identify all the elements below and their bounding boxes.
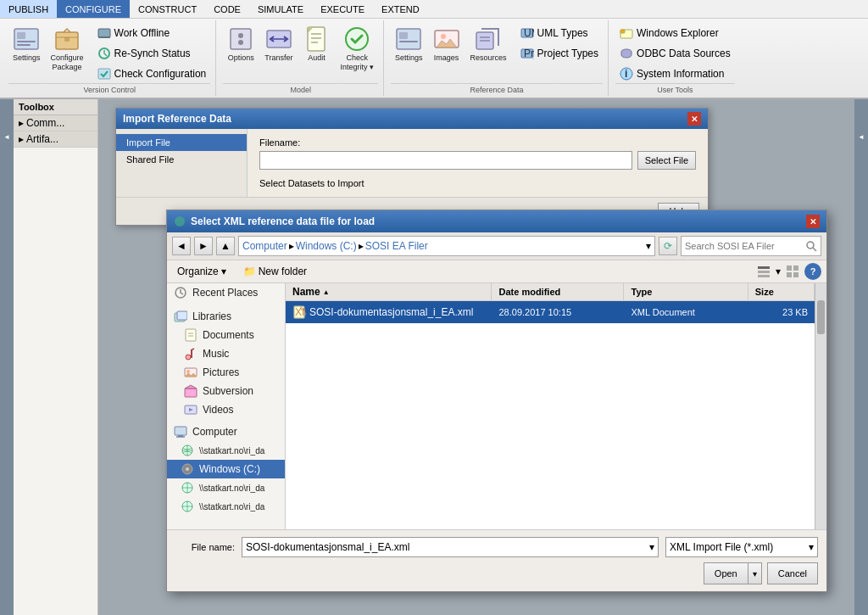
import-right-panel: Filename: Select File Select Datasets to… [248,129,708,197]
new-folder-btn[interactable]: 📁 New folder [238,264,312,279]
shared-file-item[interactable]: Shared File [116,151,247,168]
breadcrumb-computer[interactable]: Computer [242,240,287,252]
nav-music[interactable]: Music [167,344,285,363]
up-btn[interactable]: ▲ [216,237,235,255]
ribbon-resources-btn[interactable]: Resources [466,22,511,66]
nav-computer[interactable]: Computer [167,422,285,441]
ribbon-transfer-btn[interactable]: Transfer [260,22,297,66]
ribbon-audit-btn[interactable]: Audit [298,22,334,66]
ribbon-group-version-control: Settings ConfigurePackage [3,20,216,96]
nav-pictures[interactable]: Pictures [167,363,285,382]
vertical-scrollbar[interactable] [815,283,826,529]
col-size[interactable]: Size [748,283,815,300]
file-row-sosi[interactable]: XML SOSI-dokumentasjonsmal_i_EA.xml 28.0… [286,301,815,323]
nav-recent-places[interactable]: Recent Places [167,283,285,302]
svg-rect-58 [185,389,197,397]
col-name[interactable]: Name ▲ [286,283,492,300]
nav-documents[interactable]: Documents [167,326,285,344]
work-offline-btn[interactable]: Work Offline [93,24,211,42]
import-left-panel: Import File Shared File [116,129,248,197]
svg-point-38 [807,242,814,249]
file-chooser-close-btn[interactable]: ✕ [806,215,820,228]
uml-types-btn[interactable]: UML UML Types [516,24,603,42]
breadcrumb-sosi[interactable]: SOSI EA Filer [365,240,428,252]
breadcrumb-dropdown[interactable]: ▾ [646,240,651,252]
file-cell-size: 23 KB [748,305,815,319]
settings-icon [13,25,40,53]
re-synch-status-btn[interactable]: Re-Synch Status [93,44,211,63]
main-layout: ◄ Toolbox ▸ Comm... ▸ Artifa... Import R… [0,99,868,615]
left-side-arrow[interactable]: ◄ [0,99,14,615]
import-dialog-close[interactable]: ✕ [687,112,701,126]
ribbon-options-btn[interactable]: Options [223,22,259,66]
system-information-btn[interactable]: i System Information [615,64,735,83]
menu-extend[interactable]: EXTEND [373,0,428,18]
col-type[interactable]: Type [624,283,748,300]
details-view-icon [757,265,771,278]
menu-code[interactable]: CODE [205,0,249,18]
svg-point-53 [186,355,191,360]
computer-label: Computer [192,426,278,438]
toolbox-section-common-header[interactable]: ▸ Comm... [14,115,97,131]
ribbon-ref-settings-btn[interactable]: Settings [391,22,427,66]
breadcrumb-path[interactable]: Computer ▸ Windows (C:) ▸ SOSI EA Filer … [238,236,655,256]
view-dropdown[interactable]: ▾ [776,266,781,277]
windows-explorer-btn[interactable]: Windows Explorer [615,24,735,42]
view-details-btn[interactable] [754,263,774,280]
windows-explorer-icon [620,26,633,40]
filename-combo[interactable]: SOSI-dokumentasjonsmal_i_EA.xml ▾ [242,537,659,557]
audit-label: Audit [308,53,326,63]
col-date-modified[interactable]: Date modified [492,283,624,300]
ribbon-images-btn[interactable]: Images [429,22,465,66]
toolbox-section-artifacts-header[interactable]: ▸ Artifa... [14,131,97,147]
select-file-button[interactable]: Select File [637,151,696,170]
drive-icon [181,462,194,476]
import-filename-input[interactable] [259,151,632,170]
forward-btn[interactable]: ► [194,237,213,255]
menu-configure[interactable]: CONFIGURE [57,0,130,18]
nav-statkart2[interactable]: \\statkart.no\ri_da [167,478,285,497]
ribbon-check-integrity-btn[interactable]: CheckIntegrity ▾ [336,22,378,75]
back-btn[interactable]: ◄ [172,237,191,255]
open-main-btn[interactable]: Open [704,562,748,584]
help-btn[interactable]: ? [804,263,821,280]
check-configuration-btn[interactable]: Check Configuration [93,64,211,83]
import-dialog-title: Import Reference Data [123,113,231,125]
open-dropdown-btn[interactable]: ▾ [748,562,762,584]
menu-simulate[interactable]: SIMULATE [249,0,312,18]
file-pane: Recent Places Libraries Documents Music [167,283,826,529]
filetype-combo[interactable]: XML Import File (*.xml) ▾ [665,537,818,557]
view-large-icons-btn[interactable] [782,263,803,280]
nav-libraries[interactable]: Libraries [167,307,285,326]
menu-construct[interactable]: CONSTRUCT [130,0,205,18]
svg-rect-33 [620,30,625,33]
menu-publish[interactable]: PUBLISH [0,0,57,18]
search-input[interactable] [685,241,802,251]
refresh-btn[interactable]: ⟳ [659,237,677,255]
right-side-arrow[interactable]: ◄ [854,99,868,615]
nav-subversion[interactable]: Subversion [167,382,285,400]
svg-point-57 [186,370,190,373]
import-dialog-body: Import File Shared File Filename: Select… [116,129,708,197]
nav-statkart1[interactable]: \\statkart.no\ri_da [167,441,285,460]
nav-videos[interactable]: Videos [167,400,285,419]
ribbon-configure-package-btn[interactable]: ConfigurePackage [47,22,88,75]
pictures-label: Pictures [203,366,278,378]
menu-execute[interactable]: EXECUTE [312,0,373,18]
reference-buttons: Settings Images Resources UML U [391,22,603,83]
svg-rect-10 [231,29,251,49]
breadcrumb-windows[interactable]: Windows (C:) [296,240,357,252]
project-types-label: Project Types [537,48,598,59]
svg-line-55 [191,349,194,350]
pictures-icon [184,366,198,379]
nav-windows-c[interactable]: Windows (C:) [167,460,285,478]
import-file-item[interactable]: Import File [116,134,247,151]
odbc-label: ODBC Data Sources [637,48,731,59]
check-integrity-icon [343,25,370,53]
cancel-button[interactable]: Cancel [767,562,818,584]
project-types-btn[interactable]: Prj Project Types [516,44,603,63]
organize-btn[interactable]: Organize ▾ [172,264,231,279]
odbc-data-sources-btn[interactable]: ODBC Data Sources [615,44,735,63]
ribbon-settings-btn[interactable]: Settings [8,22,45,66]
nav-statkart3[interactable]: \\statkart.no\ri_da [167,497,285,516]
